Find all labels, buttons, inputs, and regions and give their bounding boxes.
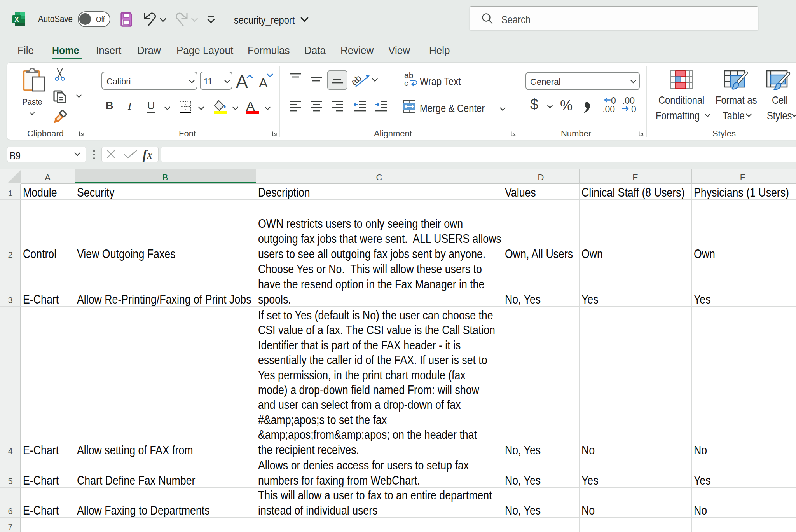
svg-text:.00: .00 xyxy=(602,104,615,113)
svg-text:0: 0 xyxy=(631,104,636,113)
svg-text:X: X xyxy=(14,16,19,23)
